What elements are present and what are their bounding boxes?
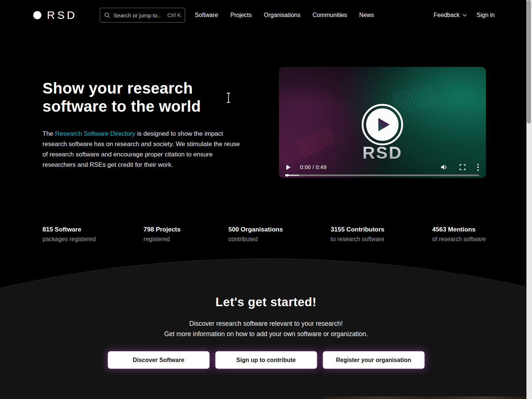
- stat-organisations: 500 Organisations contributed: [228, 226, 283, 243]
- desktop-edge-strip: [322, 396, 526, 399]
- volume-button[interactable]: [441, 164, 448, 170]
- hero-title: Show your research software to the world: [42, 79, 201, 115]
- stat-sublabel: of research software: [432, 236, 486, 243]
- scrollbar-thumb[interactable]: [527, 0, 531, 124]
- stat-sublabel: contributed: [228, 236, 283, 243]
- stat-sublabel: to research software: [331, 236, 384, 243]
- play-icon: [286, 165, 291, 170]
- navbar-right-group: Feedback Sign in: [434, 12, 495, 18]
- global-search-box[interactable]: Ctrl K: [100, 8, 185, 23]
- play-disc: [366, 108, 399, 141]
- video-brand-text: RSD: [279, 142, 486, 163]
- search-icon: [104, 12, 110, 18]
- sign-up-to-contribute-button[interactable]: Sign up to contribute: [215, 351, 317, 369]
- nav-link-software[interactable]: Software: [195, 12, 218, 18]
- fullscreen-button[interactable]: [460, 164, 466, 170]
- rsd-logo-circle-icon: [33, 11, 41, 19]
- hero-paragraph: The Research Software Directory is desig…: [42, 129, 245, 170]
- get-started-title: Let's get started!: [0, 295, 532, 309]
- nav-link-projects[interactable]: Projects: [230, 12, 252, 18]
- stat-value: 4563 Mentions: [432, 226, 486, 233]
- video-progress-bar[interactable]: [285, 175, 479, 176]
- stat-contributors: 3155 Contributors to research software: [331, 226, 384, 243]
- nav-link-communities[interactable]: Communities: [313, 12, 347, 18]
- more-options-icon: [477, 164, 479, 171]
- get-started-line2: Get more information on how to add your …: [0, 329, 532, 339]
- search-input[interactable]: [113, 12, 161, 18]
- nav-link-news[interactable]: News: [359, 12, 374, 18]
- rsd-directory-link[interactable]: Research Software Directory: [55, 130, 135, 137]
- discover-software-button[interactable]: Discover Software: [108, 351, 209, 369]
- more-options-button[interactable]: [477, 164, 479, 171]
- scrollbar-track[interactable]: [526, 0, 532, 399]
- rsd-logo-text: RSD: [47, 9, 77, 21]
- stat-value: 500 Organisations: [228, 226, 283, 233]
- get-started-section: Let's get started! Discover research sof…: [0, 257, 532, 399]
- intro-video-player[interactable]: RSD 0:00 / 0:49: [279, 67, 486, 178]
- nav-link-organisations[interactable]: Organisations: [264, 12, 300, 18]
- get-started-line1: Discover research software relevant to y…: [0, 318, 532, 329]
- stats-row: 815 Software packages registered 798 Pro…: [42, 226, 486, 243]
- stat-value: 815 Software: [42, 226, 96, 233]
- video-controls-right: [441, 164, 479, 171]
- play-icon: [377, 117, 391, 132]
- search-shortcut-hint: Ctrl K: [167, 12, 181, 18]
- stat-sublabel: packages registered: [42, 236, 96, 243]
- sign-in-link[interactable]: Sign in: [477, 12, 495, 18]
- stat-software: 815 Software packages registered: [42, 226, 96, 243]
- video-time-display: 0:00 / 0:49: [300, 164, 327, 170]
- volume-icon: [441, 164, 448, 170]
- video-play-button[interactable]: [286, 165, 291, 170]
- video-big-play-button[interactable]: [362, 104, 403, 145]
- main-navigation: Software Projects Organisations Communit…: [195, 12, 374, 18]
- stat-sublabel: registered: [144, 236, 181, 243]
- register-organisation-button[interactable]: Register your organisation: [323, 351, 424, 369]
- top-navbar: RSD Ctrl K Software Projects Organisatio…: [0, 0, 526, 30]
- feedback-menu-button[interactable]: Feedback: [434, 12, 467, 18]
- stat-mentions: 4563 Mentions of research software: [432, 226, 486, 243]
- stat-value: 3155 Contributors: [331, 226, 384, 233]
- feedback-label: Feedback: [434, 12, 460, 18]
- chevron-down-icon: [463, 14, 467, 17]
- stat-value: 798 Projects: [144, 226, 181, 233]
- video-progress-playhead[interactable]: [285, 174, 289, 176]
- hero-paragraph-prefix: The: [42, 130, 55, 137]
- hero-title-line2: software to the world: [42, 97, 201, 115]
- rsd-logo[interactable]: RSD: [33, 9, 77, 21]
- video-control-bar: 0:00 / 0:49: [279, 161, 486, 173]
- get-started-buttons: Discover Software Sign up to contribute …: [0, 351, 532, 369]
- fullscreen-icon: [460, 164, 466, 170]
- hero-title-line1: Show your research: [42, 79, 201, 97]
- get-started-text: Discover research software relevant to y…: [0, 318, 532, 339]
- stat-projects: 798 Projects registered: [144, 226, 181, 243]
- text-cursor-ibeam: [226, 92, 231, 103]
